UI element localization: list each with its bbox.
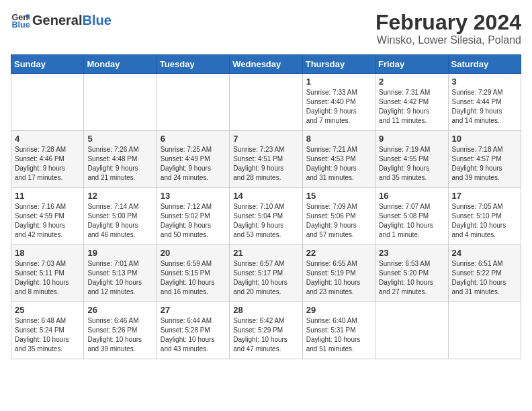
header-thursday: Thursday <box>302 55 375 74</box>
header-sunday: Sunday <box>11 55 84 74</box>
day-number: 24 <box>452 248 517 258</box>
calendar-cell: 22Sunrise: 6:55 AM Sunset: 5:19 PM Dayli… <box>302 245 375 302</box>
calendar-cell: 14Sunrise: 7:10 AM Sunset: 5:04 PM Dayli… <box>230 188 302 245</box>
week-row-4: 18Sunrise: 7:03 AM Sunset: 5:11 PM Dayli… <box>11 245 521 302</box>
day-info: Sunrise: 6:40 AM Sunset: 5:31 PM Dayligh… <box>306 316 371 354</box>
logo: Gene Blue GeneralBlue <box>11 11 112 30</box>
day-info: Sunrise: 7:12 AM Sunset: 5:02 PM Dayligh… <box>161 202 226 240</box>
calendar-table: SundayMondayTuesdayWednesdayThursdayFrid… <box>11 54 521 359</box>
calendar-cell: 4Sunrise: 7:28 AM Sunset: 4:46 PM Daylig… <box>11 131 84 188</box>
header-tuesday: Tuesday <box>157 55 229 74</box>
day-number: 16 <box>379 191 444 201</box>
calendar-cell: 21Sunrise: 6:57 AM Sunset: 5:17 PM Dayli… <box>230 245 302 302</box>
calendar-cell <box>84 74 157 131</box>
calendar-header: SundayMondayTuesdayWednesdayThursdayFrid… <box>11 55 521 74</box>
day-number: 14 <box>233 191 298 201</box>
calendar-cell: 3Sunrise: 7:29 AM Sunset: 4:44 PM Daylig… <box>448 74 521 131</box>
day-number: 7 <box>233 134 298 144</box>
calendar-cell: 20Sunrise: 6:59 AM Sunset: 5:15 PM Dayli… <box>157 245 229 302</box>
day-number: 21 <box>233 248 298 258</box>
day-info: Sunrise: 6:42 AM Sunset: 5:29 PM Dayligh… <box>233 316 298 354</box>
calendar-cell: 23Sunrise: 6:53 AM Sunset: 5:20 PM Dayli… <box>375 245 448 302</box>
day-info: Sunrise: 6:53 AM Sunset: 5:20 PM Dayligh… <box>379 259 444 297</box>
day-info: Sunrise: 6:59 AM Sunset: 5:15 PM Dayligh… <box>161 259 226 297</box>
day-number: 2 <box>379 77 444 87</box>
title-block: February 2024 Winsko, Lower Silesia, Pol… <box>375 11 521 46</box>
day-info: Sunrise: 7:23 AM Sunset: 4:51 PM Dayligh… <box>233 145 298 183</box>
day-number: 18 <box>15 248 80 258</box>
day-number: 28 <box>233 305 298 315</box>
day-info: Sunrise: 6:46 AM Sunset: 5:26 PM Dayligh… <box>87 316 152 354</box>
day-number: 17 <box>452 191 517 201</box>
calendar-cell: 17Sunrise: 7:05 AM Sunset: 5:10 PM Dayli… <box>448 188 521 245</box>
calendar-cell <box>230 74 302 131</box>
day-info: Sunrise: 7:31 AM Sunset: 4:42 PM Dayligh… <box>379 88 444 126</box>
day-info: Sunrise: 6:55 AM Sunset: 5:19 PM Dayligh… <box>306 259 371 297</box>
day-number: 19 <box>87 248 152 258</box>
day-info: Sunrise: 7:19 AM Sunset: 4:55 PM Dayligh… <box>379 145 444 183</box>
day-info: Sunrise: 7:09 AM Sunset: 5:06 PM Dayligh… <box>306 202 371 240</box>
day-info: Sunrise: 7:03 AM Sunset: 5:11 PM Dayligh… <box>15 259 80 297</box>
logo-icon: Gene Blue <box>11 11 30 30</box>
calendar-cell: 11Sunrise: 7:16 AM Sunset: 4:59 PM Dayli… <box>11 188 84 245</box>
header-saturday: Saturday <box>448 55 521 74</box>
day-info: Sunrise: 6:44 AM Sunset: 5:28 PM Dayligh… <box>161 316 226 354</box>
header-monday: Monday <box>84 55 157 74</box>
day-number: 5 <box>87 134 152 144</box>
day-info: Sunrise: 6:57 AM Sunset: 5:17 PM Dayligh… <box>233 259 298 297</box>
calendar-cell: 26Sunrise: 6:46 AM Sunset: 5:26 PM Dayli… <box>84 302 157 359</box>
day-number: 9 <box>379 134 444 144</box>
week-row-5: 25Sunrise: 6:48 AM Sunset: 5:24 PM Dayli… <box>11 302 521 359</box>
header-friday: Friday <box>375 55 448 74</box>
day-info: Sunrise: 7:16 AM Sunset: 4:59 PM Dayligh… <box>15 202 80 240</box>
day-number: 25 <box>15 305 80 315</box>
day-info: Sunrise: 7:25 AM Sunset: 4:49 PM Dayligh… <box>161 145 226 183</box>
calendar-cell: 10Sunrise: 7:18 AM Sunset: 4:57 PM Dayli… <box>448 131 521 188</box>
day-number: 10 <box>452 134 517 144</box>
calendar-title: February 2024 <box>375 11 521 34</box>
week-row-3: 11Sunrise: 7:16 AM Sunset: 4:59 PM Dayli… <box>11 188 521 245</box>
calendar-cell: 15Sunrise: 7:09 AM Sunset: 5:06 PM Dayli… <box>302 188 375 245</box>
calendar-cell: 13Sunrise: 7:12 AM Sunset: 5:02 PM Dayli… <box>157 188 229 245</box>
calendar-cell: 6Sunrise: 7:25 AM Sunset: 4:49 PM Daylig… <box>157 131 229 188</box>
day-info: Sunrise: 7:21 AM Sunset: 4:53 PM Dayligh… <box>306 145 371 183</box>
day-info: Sunrise: 7:28 AM Sunset: 4:46 PM Dayligh… <box>15 145 80 183</box>
day-info: Sunrise: 7:01 AM Sunset: 5:13 PM Dayligh… <box>87 259 152 297</box>
calendar-cell: 19Sunrise: 7:01 AM Sunset: 5:13 PM Dayli… <box>84 245 157 302</box>
logo-general: General <box>32 13 82 28</box>
calendar-subtitle: Winsko, Lower Silesia, Poland <box>375 34 521 46</box>
day-info: Sunrise: 7:18 AM Sunset: 4:57 PM Dayligh… <box>452 145 517 183</box>
calendar-cell: 7Sunrise: 7:23 AM Sunset: 4:51 PM Daylig… <box>230 131 302 188</box>
calendar-cell: 28Sunrise: 6:42 AM Sunset: 5:29 PM Dayli… <box>230 302 302 359</box>
header-row: SundayMondayTuesdayWednesdayThursdayFrid… <box>11 55 521 74</box>
calendar-cell <box>375 302 448 359</box>
day-info: Sunrise: 7:14 AM Sunset: 5:00 PM Dayligh… <box>87 202 152 240</box>
day-number: 4 <box>15 134 80 144</box>
calendar-cell <box>157 74 229 131</box>
calendar-cell: 5Sunrise: 7:26 AM Sunset: 4:48 PM Daylig… <box>84 131 157 188</box>
day-info: Sunrise: 7:33 AM Sunset: 4:40 PM Dayligh… <box>306 88 371 126</box>
day-number: 1 <box>306 77 371 87</box>
day-info: Sunrise: 6:51 AM Sunset: 5:22 PM Dayligh… <box>452 259 517 297</box>
calendar-cell: 18Sunrise: 7:03 AM Sunset: 5:11 PM Dayli… <box>11 245 84 302</box>
day-info: Sunrise: 7:26 AM Sunset: 4:48 PM Dayligh… <box>87 145 152 183</box>
day-number: 22 <box>306 248 371 258</box>
calendar-cell: 8Sunrise: 7:21 AM Sunset: 4:53 PM Daylig… <box>302 131 375 188</box>
day-number: 13 <box>161 191 226 201</box>
calendar-cell: 9Sunrise: 7:19 AM Sunset: 4:55 PM Daylig… <box>375 131 448 188</box>
calendar-cell: 16Sunrise: 7:07 AM Sunset: 5:08 PM Dayli… <box>375 188 448 245</box>
day-number: 12 <box>87 191 152 201</box>
day-number: 29 <box>306 305 371 315</box>
calendar-cell: 12Sunrise: 7:14 AM Sunset: 5:00 PM Dayli… <box>84 188 157 245</box>
calendar-cell: 24Sunrise: 6:51 AM Sunset: 5:22 PM Dayli… <box>448 245 521 302</box>
week-row-1: 1Sunrise: 7:33 AM Sunset: 4:40 PM Daylig… <box>11 74 521 131</box>
calendar-cell: 25Sunrise: 6:48 AM Sunset: 5:24 PM Dayli… <box>11 302 84 359</box>
day-number: 23 <box>379 248 444 258</box>
day-number: 11 <box>15 191 80 201</box>
calendar-cell: 2Sunrise: 7:31 AM Sunset: 4:42 PM Daylig… <box>375 74 448 131</box>
calendar-cell: 29Sunrise: 6:40 AM Sunset: 5:31 PM Dayli… <box>302 302 375 359</box>
day-info: Sunrise: 7:05 AM Sunset: 5:10 PM Dayligh… <box>452 202 517 240</box>
day-info: Sunrise: 6:48 AM Sunset: 5:24 PM Dayligh… <box>15 316 80 354</box>
day-number: 27 <box>161 305 226 315</box>
logo-blue: Blue <box>82 13 111 28</box>
